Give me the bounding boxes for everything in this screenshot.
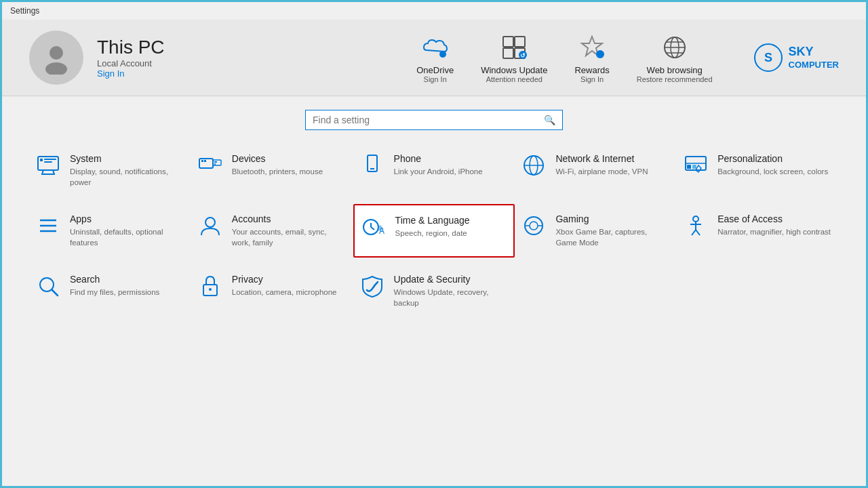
privacy-label: Privacy	[232, 274, 337, 285]
gaming-text: GamingXbox Game Bar, captures, Game Mode	[555, 214, 670, 248]
sign-in-link[interactable]: Sign In	[97, 68, 165, 79]
search-description: Find my files, permissions	[70, 287, 159, 298]
settings-item-system[interactable]: SystemDisplay, sound, notifications, pow…	[29, 144, 191, 197]
personalization-icon	[684, 153, 708, 178]
svg-rect-24	[199, 159, 213, 168]
time-language-label: Time & Language	[395, 215, 470, 226]
apps-icon	[36, 214, 60, 238]
avatar	[29, 30, 83, 85]
sky-logo: S SKY COMPUTER	[753, 43, 839, 73]
user-name: This PC	[97, 37, 165, 58]
settings-item-network[interactable]: Network & InternetWi-Fi, airplane mode, …	[515, 144, 677, 197]
search-input[interactable]	[313, 115, 544, 125]
privacy-description: Location, camera, microphone	[232, 287, 337, 298]
settings-item-privacy[interactable]: PrivacyLocation, camera, microphone	[191, 264, 353, 318]
privacy-text: PrivacyLocation, camera, microphone	[232, 274, 337, 298]
web-browsing-icon-wrapper	[660, 33, 690, 62]
windows-update-icon: ↺	[501, 35, 527, 60]
svg-rect-26	[214, 161, 217, 163]
accounts-label: Accounts	[232, 214, 347, 224]
search-box: 🔍	[305, 110, 563, 130]
personalization-label: Personalization	[717, 153, 828, 164]
apps-description: Uninstall, defaults, optional features	[70, 226, 184, 248]
network-text: Network & InternetWi-Fi, airplane mode, …	[555, 153, 648, 177]
devices-text: DevicesBluetooth, printers, mouse	[232, 153, 323, 177]
rewards-label: Rewards	[574, 65, 609, 75]
svg-rect-3	[503, 37, 513, 47]
onedrive-item[interactable]: OneDrive Sign In	[416, 33, 454, 83]
system-description: Display, sound, notifications, power	[70, 166, 184, 188]
accounts-icon	[198, 214, 222, 238]
settings-window: Settings This PC Local Account Sign In	[2, 2, 866, 486]
user-info: This PC Local Account Sign In	[29, 30, 165, 85]
phone-text: PhoneLink your Android, iPhone	[394, 153, 483, 177]
svg-line-58	[52, 290, 58, 296]
content-area: SystemDisplay, sound, notifications, pow…	[2, 137, 866, 486]
svg-rect-22	[44, 159, 56, 160]
svg-rect-21	[40, 159, 43, 161]
rewards-icon	[578, 34, 606, 61]
settings-item-search[interactable]: SearchFind my files, permissions	[29, 264, 191, 318]
system-text: SystemDisplay, sound, notifications, pow…	[70, 153, 184, 188]
computer-text: COMPUTER	[789, 60, 839, 70]
windows-update-label: Windows Update	[481, 65, 547, 75]
ease-of-access-text: Ease of AccessNarrator, magnifier, high …	[717, 214, 831, 237]
windows-update-item[interactable]: ↺ Windows Update Attention needed	[481, 33, 547, 83]
header-section: This PC Local Account Sign In OneDrive S…	[2, 20, 866, 96]
settings-grid: SystemDisplay, sound, notifications, pow…	[29, 144, 839, 319]
search-icon: 🔍	[544, 115, 555, 125]
svg-text:S: S	[764, 51, 772, 64]
title-bar: Settings	[2, 2, 866, 20]
svg-point-9	[596, 50, 604, 58]
svg-point-52	[693, 216, 698, 222]
sky-logo-text: SKY COMPUTER	[789, 45, 839, 70]
devices-description: Bluetooth, printers, mouse	[232, 166, 323, 177]
svg-rect-4	[515, 37, 525, 47]
web-browsing-label: Web browsing	[647, 65, 703, 75]
settings-item-accounts[interactable]: AccountsYour accounts, email, sync, work…	[191, 204, 353, 258]
rewards-icon-wrapper	[577, 33, 607, 62]
time-language-description: Speech, region, date	[395, 228, 470, 239]
sky-text: SKY	[789, 45, 839, 60]
gaming-label: Gaming	[555, 214, 670, 224]
svg-point-0	[50, 46, 63, 60]
ease-of-access-label: Ease of Access	[717, 214, 831, 224]
ease-of-access-icon	[684, 214, 708, 238]
time-language-text: Time & LanguageSpeech, region, date	[395, 215, 470, 239]
svg-rect-23	[44, 161, 52, 163]
svg-rect-38	[692, 165, 696, 169]
devices-icon	[198, 153, 222, 178]
settings-item-time-language[interactable]: AあTime & LanguageSpeech, region, date	[353, 204, 515, 258]
onedrive-icon-wrapper	[420, 33, 450, 62]
settings-item-phone[interactable]: PhoneLink your Android, iPhone	[353, 144, 515, 197]
svg-point-1	[45, 62, 67, 75]
apps-label: Apps	[70, 214, 184, 224]
privacy-icon	[198, 274, 222, 298]
svg-line-56	[696, 230, 700, 235]
web-browsing-sub: Restore recommended	[637, 75, 713, 83]
web-browsing-item[interactable]: Web browsing Restore recommended	[637, 33, 713, 83]
sky-logo-icon: S	[753, 43, 783, 73]
devices-label: Devices	[232, 153, 323, 164]
settings-item-ease-of-access[interactable]: Ease of AccessNarrator, magnifier, high …	[677, 204, 839, 258]
settings-item-gaming[interactable]: GamingXbox Game Bar, captures, Game Mode	[515, 204, 677, 258]
network-description: Wi-Fi, airplane mode, VPN	[555, 166, 648, 177]
settings-item-personalization[interactable]: PersonalizationBackground, lock screen, …	[677, 144, 839, 197]
update-security-description: Windows Update, recovery, backup	[394, 287, 509, 308]
update-security-label: Update & Security	[394, 274, 509, 285]
search-icon	[36, 274, 60, 298]
svg-text:あ: あ	[378, 224, 384, 231]
rewards-item[interactable]: Rewards Sign In	[574, 33, 609, 83]
windows-update-sub: Attention needed	[486, 75, 542, 83]
svg-point-42	[205, 218, 215, 227]
gaming-icon	[521, 214, 546, 238]
settings-item-update-security[interactable]: Update & SecurityWindows Update, recover…	[353, 264, 515, 318]
title-text: Settings	[10, 6, 39, 16]
settings-item-apps[interactable]: AppsUninstall, defaults, optional featur…	[29, 204, 191, 258]
svg-rect-29	[204, 160, 206, 162]
phone-description: Link your Android, iPhone	[394, 166, 483, 177]
system-icon	[36, 153, 60, 178]
personalization-description: Background, lock screen, colors	[717, 166, 828, 177]
apps-text: AppsUninstall, defaults, optional featur…	[70, 214, 184, 248]
settings-item-devices[interactable]: DevicesBluetooth, printers, mouse	[191, 144, 353, 197]
